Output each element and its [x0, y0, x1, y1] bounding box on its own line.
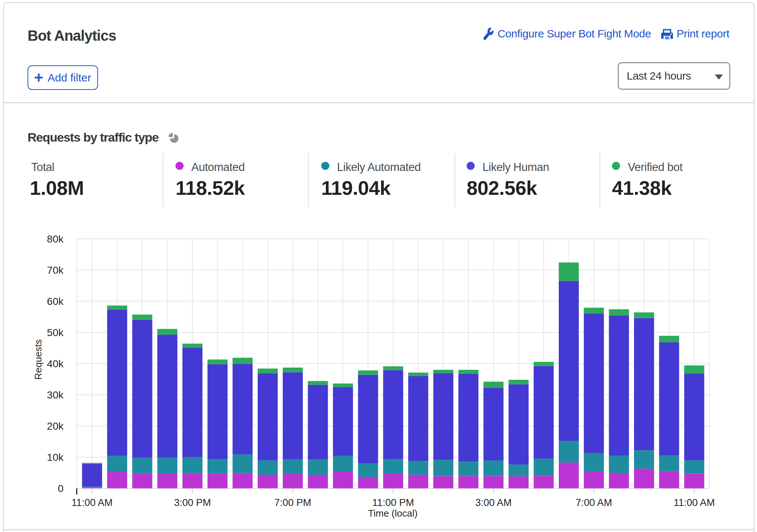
- svg-text:80k: 80k: [47, 233, 64, 245]
- svg-text:70k: 70k: [47, 265, 64, 276]
- svg-text:3:00 PM: 3:00 PM: [174, 497, 211, 508]
- svg-text:50k: 50k: [47, 327, 64, 338]
- svg-text:60k: 60k: [47, 296, 64, 307]
- svg-text:Requests: Requests: [33, 339, 44, 380]
- svg-text:0: 0: [58, 483, 64, 494]
- svg-text:11:00 AM: 11:00 AM: [674, 497, 715, 508]
- svg-text:40k: 40k: [47, 358, 64, 369]
- svg-text:7:00 PM: 7:00 PM: [274, 497, 311, 508]
- svg-text:Time (local): Time (local): [368, 508, 418, 519]
- svg-text:3:00 AM: 3:00 AM: [475, 497, 512, 508]
- svg-text:20k: 20k: [47, 420, 64, 432]
- svg-text:7:00 AM: 7:00 AM: [576, 497, 612, 508]
- svg-text:11:00 AM: 11:00 AM: [72, 497, 113, 508]
- svg-text:30k: 30k: [47, 389, 64, 401]
- svg-text:10k: 10k: [47, 452, 64, 463]
- svg-text:11:00 PM: 11:00 PM: [372, 497, 414, 508]
